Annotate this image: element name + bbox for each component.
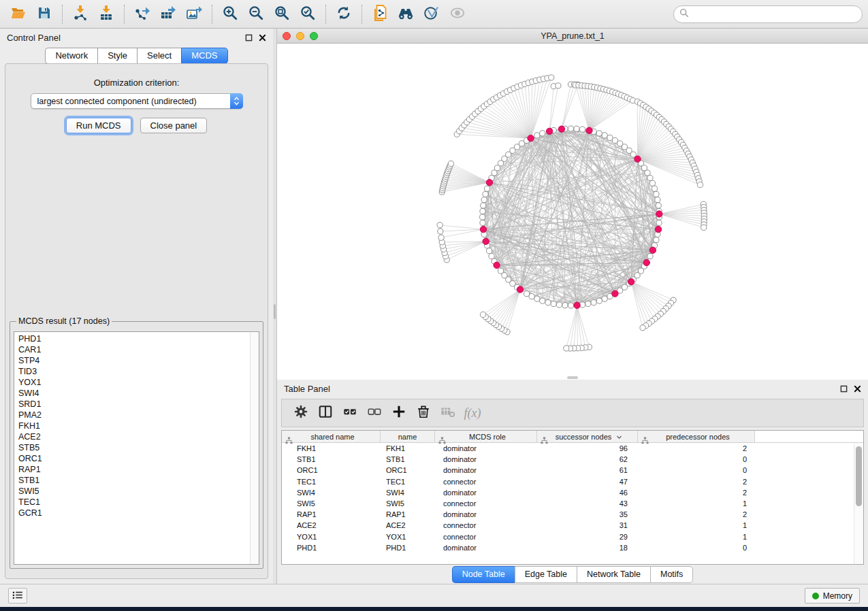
table-cell: dominator bbox=[435, 489, 537, 497]
table-cell: 2 bbox=[638, 444, 755, 452]
run-mcds-button[interactable]: Run MCDS bbox=[66, 118, 131, 133]
create-column-button[interactable] bbox=[387, 401, 411, 425]
network-window-title: YPA_prune.txt_1 bbox=[277, 31, 868, 41]
preview-button[interactable] bbox=[446, 3, 469, 25]
table-cell: dominator bbox=[435, 510, 537, 518]
table-cell: 2 bbox=[638, 489, 755, 497]
list-scrollbar[interactable] bbox=[250, 332, 259, 564]
tab-motifs[interactable]: Motifs bbox=[650, 566, 693, 583]
toolbar-separator bbox=[361, 5, 362, 24]
export-image-button[interactable] bbox=[182, 3, 206, 25]
table-scrollbar[interactable] bbox=[854, 444, 863, 564]
list-item[interactable]: CAR1 bbox=[18, 344, 250, 355]
table-row[interactable]: SWI4SWI4dominator462 bbox=[282, 487, 863, 498]
annotations-button[interactable] bbox=[420, 3, 443, 25]
main-area: Control Panel NetworkStyleSelectMCDS Opt… bbox=[0, 29, 868, 584]
list-item[interactable]: STB1 bbox=[18, 475, 250, 486]
memory-button[interactable]: Memory bbox=[805, 588, 860, 604]
scrollbar-thumb[interactable] bbox=[856, 446, 862, 506]
zoom-fit-button[interactable] bbox=[270, 3, 293, 25]
tab-style[interactable]: Style bbox=[97, 48, 137, 64]
tab-select[interactable]: Select bbox=[137, 48, 181, 64]
show-columns-button[interactable] bbox=[313, 401, 338, 425]
float-icon[interactable] bbox=[840, 385, 848, 393]
column-header-MCDS-role[interactable]: MCDS role bbox=[435, 431, 537, 442]
table-cell: TEC1 bbox=[282, 478, 381, 486]
criterion-select[interactable]: largest connected component (undirected) bbox=[31, 93, 243, 109]
list-item[interactable]: STB5 bbox=[18, 442, 250, 453]
find-button[interactable] bbox=[394, 3, 417, 25]
list-item[interactable]: GCR1 bbox=[18, 508, 250, 518]
list-item[interactable]: RAP1 bbox=[18, 464, 250, 475]
column-header-predecessor-nodes[interactable]: predecessor nodes bbox=[638, 431, 755, 442]
close-icon[interactable] bbox=[854, 385, 861, 393]
search-input[interactable] bbox=[693, 10, 856, 19]
chevron-updown-icon bbox=[230, 93, 243, 109]
select-all-columns-button[interactable] bbox=[338, 401, 362, 425]
table-row[interactable]: RAP1RAP1dominator352 bbox=[282, 509, 863, 520]
table-cell: connector bbox=[435, 478, 537, 486]
float-icon[interactable] bbox=[245, 34, 253, 42]
tab-mcds[interactable]: MCDS bbox=[181, 48, 227, 64]
column-header-name[interactable]: name bbox=[381, 431, 435, 442]
table-row[interactable]: FKH1FKH1dominator962 bbox=[282, 443, 863, 454]
column-header-shared-name[interactable]: shared name bbox=[282, 431, 381, 442]
table-cell: 35 bbox=[537, 510, 638, 518]
zoom-out-button[interactable] bbox=[244, 3, 268, 25]
splitter-grip[interactable] bbox=[274, 304, 276, 319]
list-item[interactable]: TID3 bbox=[18, 366, 250, 377]
table-row[interactable]: TEC1TEC1connector472 bbox=[282, 476, 863, 487]
zoom-selected-button[interactable] bbox=[296, 3, 319, 25]
tab-edge-table[interactable]: Edge Table bbox=[515, 566, 577, 583]
panel-splitter[interactable] bbox=[273, 29, 276, 584]
search-icon bbox=[679, 8, 689, 20]
list-item[interactable]: PMA2 bbox=[18, 410, 250, 420]
table-cell: 43 bbox=[537, 499, 638, 508]
list-item[interactable]: SWI4 bbox=[18, 388, 250, 399]
import-table-button[interactable] bbox=[95, 3, 118, 25]
table-row[interactable]: STB1STB1dominator620 bbox=[282, 454, 863, 465]
search-box[interactable] bbox=[673, 5, 863, 23]
tab-node-table[interactable]: Node Table bbox=[452, 566, 515, 583]
tab-network-table[interactable]: Network Table bbox=[577, 566, 650, 583]
network-window-titlebar: YPA_prune.txt_1 bbox=[277, 29, 868, 44]
table-row[interactable]: ORC1ORC1dominator610 bbox=[282, 465, 863, 476]
list-item[interactable]: YOX1 bbox=[18, 377, 250, 388]
criterion-selected-value: largest connected component (undirected) bbox=[31, 97, 231, 106]
list-item[interactable]: STP4 bbox=[18, 355, 250, 366]
list-item[interactable]: SWI5 bbox=[18, 486, 250, 497]
save-session-button[interactable] bbox=[33, 3, 56, 25]
refresh-button[interactable] bbox=[332, 3, 355, 25]
task-history-button[interactable] bbox=[8, 588, 27, 604]
tab-network[interactable]: Network bbox=[45, 48, 97, 64]
unselect-all-columns-button[interactable] bbox=[362, 401, 387, 425]
column-header-successor-nodes[interactable]: successor nodes bbox=[537, 431, 638, 442]
list-item[interactable]: ACE2 bbox=[18, 431, 250, 442]
list-item[interactable]: PHD1 bbox=[18, 333, 250, 344]
zoom-in-button[interactable] bbox=[219, 3, 242, 25]
table-row[interactable]: ACE2ACE2connector311 bbox=[282, 520, 863, 531]
table-settings-button[interactable] bbox=[289, 401, 313, 425]
mcds-result-list[interactable]: PHD1CAR1STP4TID3YOX1SWI4SRD1PMA2FKH1ACE2… bbox=[14, 331, 259, 565]
close-panel-button[interactable]: Close panel bbox=[140, 118, 208, 133]
table-cell: 46 bbox=[537, 489, 638, 497]
cytoscape-window: Control Panel NetworkStyleSelectMCDS Opt… bbox=[0, 0, 868, 607]
horizontal-splitter-grip[interactable] bbox=[567, 376, 578, 379]
table-row[interactable]: SWI5SWI5connector431 bbox=[282, 498, 863, 509]
table-row[interactable]: YOX1YOX1connector291 bbox=[282, 531, 863, 542]
list-item[interactable]: FKH1 bbox=[18, 420, 250, 431]
table-row[interactable]: PHD1PHD1dominator180 bbox=[282, 542, 863, 553]
list-item[interactable]: TEC1 bbox=[18, 497, 250, 508]
export-table-button[interactable] bbox=[157, 3, 180, 25]
export-network-button[interactable] bbox=[131, 3, 154, 25]
delete-columns-button[interactable] bbox=[411, 401, 436, 425]
share-network-button[interactable] bbox=[368, 3, 391, 25]
network-canvas[interactable] bbox=[277, 44, 868, 380]
list-item[interactable]: ORC1 bbox=[18, 453, 250, 464]
table-panel-title: Table Panel bbox=[284, 384, 330, 394]
open-file-button[interactable] bbox=[7, 3, 30, 25]
list-item[interactable]: SRD1 bbox=[18, 399, 250, 410]
table-cell: 0 bbox=[638, 455, 755, 463]
close-icon[interactable] bbox=[259, 34, 266, 42]
import-network-button[interactable] bbox=[69, 3, 92, 25]
